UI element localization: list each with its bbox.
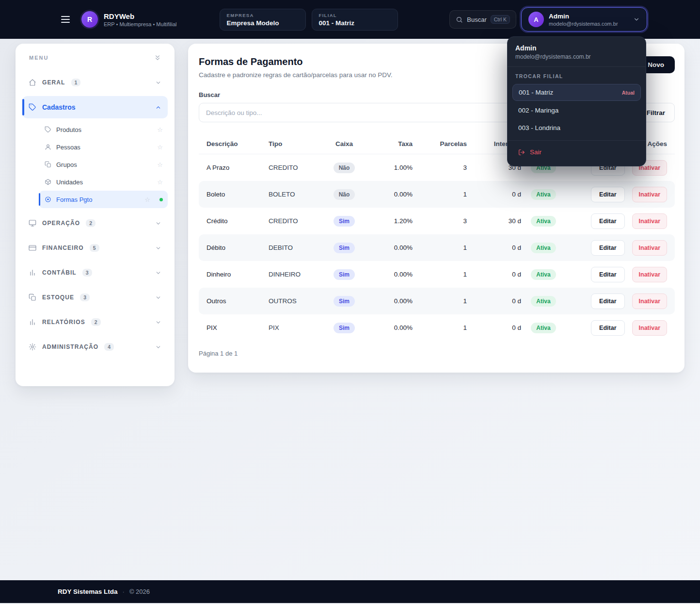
hamburger-menu-button[interactable] <box>59 14 72 25</box>
sidebar-item-grupos[interactable]: Grupos ☆ <box>39 156 168 173</box>
inactivate-button[interactable]: Inativar <box>632 267 667 282</box>
cell-intervalo: 0 d <box>467 297 521 305</box>
logout-button[interactable]: Sair <box>512 144 641 160</box>
sidebar-item-administracao[interactable]: ADMINISTRAÇÃO 4 <box>22 336 168 358</box>
chevron-down-icon <box>633 16 640 23</box>
user-menu-button[interactable]: A Admin modelo@rdysistemas.com.br <box>521 7 647 32</box>
edit-button[interactable]: Editar <box>591 213 624 229</box>
sidebar-item-financeiro[interactable]: FINANCEIRO 5 <box>22 237 168 259</box>
sidebar-item-label: Pessoas <box>56 144 80 151</box>
user-initial: A <box>534 16 538 23</box>
column-header-caixa: Caixa <box>324 140 364 147</box>
cell-descricao: PIX <box>207 324 269 331</box>
inactivate-button[interactable]: Inativar <box>632 187 667 202</box>
cell-tipo: PIX <box>269 324 324 331</box>
edit-button[interactable]: Editar <box>591 240 624 256</box>
search-icon <box>456 16 463 23</box>
footer-copyright: © 2026 <box>129 588 150 595</box>
global-search-button[interactable]: Buscar Ctrl K <box>449 10 516 29</box>
column-header-taxa: Taxa <box>364 140 413 147</box>
cell-descricao: A Prazo <box>207 164 269 171</box>
cell-parcelas: 1 <box>413 324 467 331</box>
credit-card-icon <box>29 244 36 252</box>
sidebar-item-contabil[interactable]: CONTÁBIL 3 <box>22 261 168 284</box>
logout-label: Sair <box>530 148 541 156</box>
page-subtitle: Cadastre e padronize regras de cartão/pa… <box>199 71 392 79</box>
status-badge: Ativa <box>531 243 556 253</box>
column-header-tipo: Tipo <box>269 140 324 147</box>
cell-taxa: 0.00% <box>364 271 413 278</box>
bar-chart-icon <box>29 269 36 277</box>
count-badge: 5 <box>90 244 99 252</box>
cell-descricao: Boleto <box>207 191 269 198</box>
user-avatar: A <box>528 12 544 27</box>
favorite-star-icon[interactable]: ☆ <box>157 126 163 133</box>
cell-tipo: CREDITO <box>269 164 324 171</box>
filial-atual-badge: Atual <box>622 90 635 96</box>
count-badge: 1 <box>71 79 81 86</box>
table-row: Dinheiro DINHEIRO Sim 0.00% 1 0 d Ativa … <box>199 261 675 288</box>
sidebar-item-estoque[interactable]: ESTOQUE 3 <box>22 286 168 309</box>
count-badge: 2 <box>91 318 101 326</box>
app-name: RDYWeb <box>104 12 177 20</box>
sidebar-item-formas-pgto[interactable]: Formas Pgto ☆ <box>39 191 168 208</box>
menu-label: MENU <box>29 55 48 61</box>
edit-button[interactable]: Editar <box>591 187 624 202</box>
caixa-badge: Sim <box>334 216 355 227</box>
edit-button[interactable]: Editar <box>591 267 624 282</box>
filial-option-002-maringa[interactable]: 002 - Maringa <box>512 102 641 118</box>
inactivate-button[interactable]: Inativar <box>632 240 667 256</box>
favorite-star-icon[interactable]: ☆ <box>144 196 150 203</box>
caixa-badge: Sim <box>334 269 355 280</box>
favorite-star-icon[interactable]: ☆ <box>157 144 163 151</box>
user-icon <box>45 144 51 150</box>
cell-taxa: 0.00% <box>364 191 413 198</box>
cell-parcelas: 1 <box>413 271 467 278</box>
sidebar-item-relatorios[interactable]: RELATÓRIOS 2 <box>22 311 168 333</box>
column-header-parcelas: Parcelas <box>413 140 467 147</box>
cell-taxa: 1.00% <box>364 164 413 171</box>
count-badge: 3 <box>82 269 92 277</box>
caixa-badge: Sim <box>334 243 355 253</box>
inactivate-button[interactable]: Inativar <box>632 320 667 336</box>
favorite-star-icon[interactable]: ☆ <box>157 161 163 168</box>
filial-selector[interactable]: FILIAL 001 - Matriz <box>312 9 398 31</box>
divider <box>508 140 646 141</box>
sidebar-item-label: GERAL <box>42 79 65 86</box>
empresa-selector[interactable]: EMPRESA Empresa Modelo <box>220 9 306 31</box>
sidebar-item-label: Produtos <box>56 126 81 133</box>
chevron-down-icon <box>155 344 161 350</box>
table-row: PIX PIX Sim 0.00% 1 0 d Ativa Editar Ina… <box>199 314 675 341</box>
cell-intervalo: 30 d <box>467 217 521 225</box>
sidebar-header: MENU <box>22 51 168 69</box>
sidebar-item-geral[interactable]: GERAL 1 <box>22 71 168 94</box>
filial-option-003-londrina[interactable]: 003 - Londrina <box>512 120 641 136</box>
topbar: R RDYWeb ERP • Multiempresa • Multifilia… <box>0 0 700 39</box>
footer-company: RDY Sistemas Ltda <box>58 588 118 595</box>
empresa-value: Empresa Modelo <box>227 19 299 27</box>
inactivate-button[interactable]: Inativar <box>632 213 667 229</box>
cell-taxa: 0.00% <box>364 297 413 305</box>
sidebar-item-cadastros[interactable]: Cadastros <box>22 96 168 118</box>
table-row: Boleto BOLETO Não 0.00% 1 0 d Ativa Edit… <box>199 181 675 208</box>
sidebar-item-pessoas[interactable]: Pessoas ☆ <box>39 138 168 156</box>
filial-option-001-matriz[interactable]: 001 - Matriz Atual <box>512 84 641 101</box>
edit-button[interactable]: Editar <box>591 320 624 336</box>
sidebar-item-operacao[interactable]: OPERAÇÃO 2 <box>22 212 168 234</box>
inactivate-button[interactable]: Inativar <box>632 294 667 309</box>
status-badge: Ativa <box>531 189 556 200</box>
tag-icon <box>45 126 51 133</box>
cell-tipo: CREDITO <box>269 217 324 225</box>
brand-logo: R <box>81 11 98 28</box>
filial-label: FILIAL <box>319 13 391 18</box>
active-indicator-dot <box>159 198 163 201</box>
favorite-star-icon[interactable]: ☆ <box>157 179 163 186</box>
search-shortcut-badge: Ctrl K <box>491 15 510 24</box>
sidebar-collapse-button[interactable] <box>154 54 161 61</box>
sidebar-item-unidades[interactable]: Unidades ☆ <box>39 173 168 191</box>
caixa-badge: Não <box>334 163 355 173</box>
app-tagline: ERP • Multiempresa • Multifilial <box>104 21 177 27</box>
user-menu-header: Admin modelo@rdysistemas.com.br <box>508 37 646 67</box>
sidebar-item-produtos[interactable]: Produtos ☆ <box>39 121 168 138</box>
edit-button[interactable]: Editar <box>591 294 624 309</box>
